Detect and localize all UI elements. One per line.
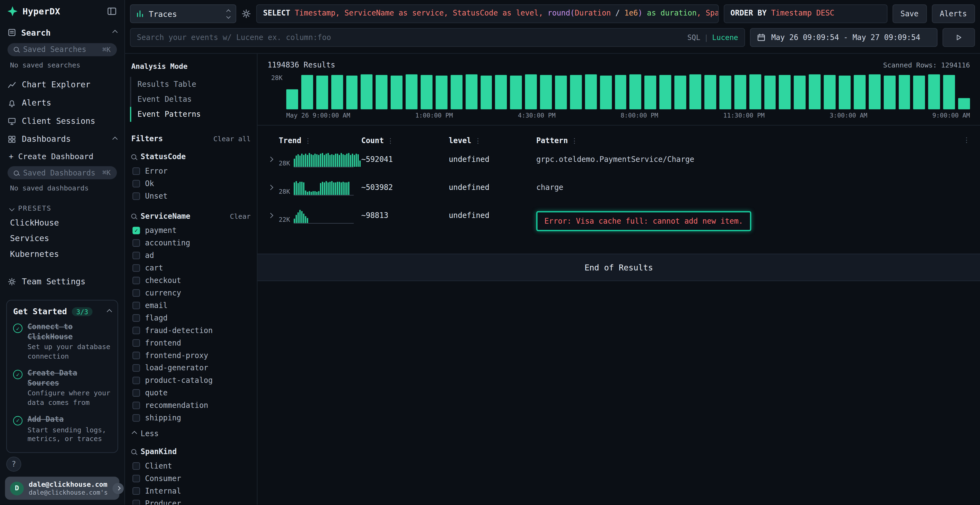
histogram-bar[interactable] — [391, 76, 402, 110]
histogram-bar[interactable] — [928, 74, 940, 110]
sidebar-preset-services[interactable]: Services — [0, 231, 124, 246]
filter-option-error[interactable]: Error — [130, 165, 252, 178]
histogram-bar[interactable] — [913, 76, 925, 110]
sidebar-item-client-sessions[interactable]: Client Sessions — [0, 112, 124, 130]
lucene-mode-button[interactable]: Lucene — [712, 33, 738, 42]
filter-option-shipping[interactable]: shipping — [130, 412, 252, 424]
column-menu-icon[interactable]: ⋮ — [474, 137, 481, 145]
checkbox-unchecked[interactable] — [132, 376, 140, 384]
histogram-bar[interactable] — [869, 74, 880, 110]
histogram-bar[interactable] — [615, 75, 626, 110]
histogram-bar[interactable] — [301, 75, 313, 110]
sidebar-section-search[interactable]: Search — [0, 22, 124, 41]
sidebar-item-dashboards[interactable]: Dashboards — [0, 130, 124, 148]
filter-option-checkout[interactable]: checkout — [130, 274, 252, 287]
column-header-trend[interactable]: Trend⋮ — [279, 136, 361, 145]
event-search-box[interactable]: SQL | Lucene — [130, 28, 745, 47]
filter-option-fraud-detection[interactable]: fraud-detection — [130, 324, 252, 337]
histogram-bar[interactable] — [600, 76, 611, 110]
sidebar-item-alerts[interactable]: Alerts — [0, 94, 124, 112]
row-expand-icon[interactable] — [268, 185, 273, 190]
help-button[interactable]: ? — [6, 457, 21, 472]
histogram-bar[interactable] — [421, 75, 432, 110]
checkbox-unchecked[interactable] — [132, 167, 140, 175]
histogram-bar[interactable] — [943, 75, 955, 110]
checkbox-unchecked[interactable] — [132, 180, 140, 187]
filter-option-cart[interactable]: cart — [130, 262, 252, 274]
filter-option-unset[interactable]: Unset — [130, 190, 252, 202]
saved-searches-input[interactable]: Saved Searches ⌘K — [8, 43, 117, 56]
checkbox-unchecked[interactable] — [132, 414, 140, 422]
checkbox-unchecked[interactable] — [132, 500, 140, 505]
get-started-header[interactable]: Get Started 3/3 — [13, 307, 111, 316]
column-header-count[interactable]: Count⋮ — [361, 136, 449, 145]
histogram-bar[interactable] — [510, 76, 522, 110]
histogram-bar[interactable] — [839, 76, 850, 110]
histogram-bar[interactable] — [555, 76, 567, 110]
sidebar-collapse-icon[interactable] — [107, 6, 117, 16]
sidebar-item-team-settings[interactable]: Team Settings — [0, 271, 124, 292]
histogram-bar[interactable] — [376, 75, 388, 110]
analysis-mode-results-table[interactable]: Results Table — [130, 77, 252, 92]
show-less-button[interactable]: Less — [132, 429, 251, 438]
sidebar-item-chart-explorer[interactable]: Chart Explorer — [0, 76, 124, 94]
histogram-bar[interactable] — [719, 76, 731, 110]
checkbox-unchecked[interactable] — [132, 339, 140, 347]
event-search-input[interactable] — [137, 33, 682, 42]
filter-option-product-catalog[interactable]: product-catalog — [130, 374, 252, 387]
filter-option-frontend-proxy[interactable]: frontend-proxy — [130, 349, 252, 362]
column-header-pattern[interactable]: Pattern⋮ — [536, 136, 970, 145]
pattern-row[interactable]: 28K~503982undefinedcharge — [267, 181, 970, 200]
histogram-bar[interactable] — [644, 76, 656, 110]
histogram-bar[interactable] — [884, 76, 895, 110]
order-by-editor[interactable]: ORDER BY Timestamp DESC — [724, 4, 888, 23]
filter-option-client[interactable]: Client — [130, 460, 252, 472]
filter-option-ad[interactable]: ad — [130, 249, 252, 262]
column-menu-icon[interactable]: ⋮ — [387, 137, 394, 145]
checkbox-unchecked[interactable] — [132, 277, 140, 284]
checkbox-unchecked[interactable] — [132, 252, 140, 259]
source-settings-gear-icon[interactable] — [241, 9, 251, 19]
user-menu[interactable]: D dale@clickhouse.com dale@clickhouse.co… — [5, 477, 119, 500]
histogram-bar[interactable] — [704, 75, 716, 110]
column-menu-icon[interactable]: ⋮ — [304, 137, 311, 145]
checkbox-unchecked[interactable] — [132, 462, 140, 470]
presets-toggle[interactable]: PRESETS — [0, 199, 124, 215]
date-range-picker[interactable]: May 26 09:09:54 - May 27 09:09:54 — [750, 28, 937, 47]
histogram-bar[interactable] — [824, 75, 835, 110]
row-expand-icon[interactable] — [268, 213, 273, 218]
histogram-bar[interactable] — [734, 75, 746, 110]
filter-option-frontend[interactable]: frontend — [130, 337, 252, 349]
checkbox-unchecked[interactable] — [132, 364, 140, 372]
histogram-bar[interactable] — [570, 75, 582, 110]
checkbox-checked[interactable]: ✓ — [132, 227, 140, 234]
sql-mode-button[interactable]: SQL — [687, 33, 700, 42]
row-expand-icon[interactable] — [268, 157, 273, 162]
filter-option-recommendation[interactable]: recommendation — [130, 399, 252, 412]
pattern-row[interactable]: 28K~592041undefinedgrpc.oteldemo.Payment… — [267, 152, 970, 172]
histogram-bar[interactable] — [480, 76, 492, 110]
analysis-mode-event-patterns[interactable]: Event Patterns — [130, 107, 252, 122]
histogram-bar[interactable] — [466, 74, 477, 110]
column-menu-icon[interactable]: ⋮ — [571, 137, 578, 145]
clear-all-filters-button[interactable]: Clear all — [213, 135, 251, 143]
filter-option-accounting[interactable]: accounting — [130, 237, 252, 249]
checkbox-unchecked[interactable] — [132, 192, 140, 200]
analysis-mode-event-deltas[interactable]: Event Deltas — [130, 92, 252, 107]
checkbox-unchecked[interactable] — [132, 289, 140, 297]
filter-option-email[interactable]: email — [130, 299, 252, 312]
histogram-bar[interactable] — [331, 75, 343, 110]
histogram-bar[interactable] — [585, 74, 597, 110]
save-button[interactable]: Save — [892, 4, 927, 23]
sidebar-preset-clickhouse[interactable]: ClickHouse — [0, 215, 124, 230]
histogram-bar[interactable] — [450, 75, 462, 110]
histogram-bar[interactable] — [346, 76, 358, 110]
filter-option-load-generator[interactable]: load-generator — [130, 362, 252, 374]
run-query-button[interactable] — [942, 28, 975, 47]
checkbox-unchecked[interactable] — [132, 264, 140, 272]
checkbox-unchecked[interactable] — [132, 352, 140, 359]
histogram-bar[interactable] — [540, 75, 552, 110]
histogram-bar[interactable] — [630, 74, 641, 110]
checkbox-unchecked[interactable] — [132, 389, 140, 397]
filter-option-ok[interactable]: Ok — [130, 178, 252, 190]
